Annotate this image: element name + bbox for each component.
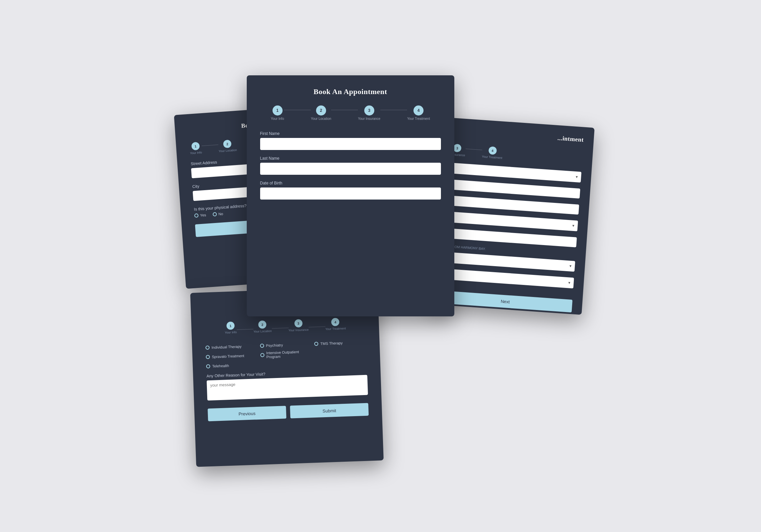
insurance-select4-group: ▼ (440, 268, 574, 288)
treatment-btn-row: Previous Submit (208, 403, 369, 421)
check-label-4: Spravato Treatment (212, 354, 244, 359)
check-iop[interactable]: Intensive Outpatient Program (260, 349, 312, 359)
insurance-input1-group (446, 179, 580, 199)
yes-radio-dot (194, 213, 199, 218)
t-step4-label: Your Treatment (325, 326, 346, 330)
t-step1-label: Your Info (225, 330, 237, 334)
card-main: Book An Appointment 1 Your Info 2 Your L… (247, 75, 454, 316)
check-label-3: TMS Therapy (320, 341, 343, 346)
yes-text: Yes (200, 213, 206, 217)
m-step4-circle: 4 (413, 105, 424, 116)
main-steps: 1 Your Info 2 Your Location 3 Your Insur… (260, 105, 441, 121)
check-dot-5 (260, 353, 264, 357)
m-step2-label: Your Location (311, 117, 331, 121)
other-reason-textarea[interactable] (207, 375, 368, 400)
step2-circle: 2 (223, 140, 232, 148)
check-label-1: Individual Therapy (211, 344, 241, 349)
insurance-next-button[interactable]: Next (438, 290, 573, 312)
check-psychiatry[interactable]: Psychiatry (260, 342, 312, 348)
check-label-6: Telehealth (212, 364, 229, 368)
insurance-select2-group: ▼ (444, 211, 578, 231)
check-telehealth[interactable]: Telehealth (206, 363, 258, 368)
step4-label: Your Treatment (481, 155, 502, 159)
no-text: No (218, 212, 223, 216)
check-tms-therapy[interactable]: TMS Therapy (314, 340, 366, 346)
insurance-card-title: ...intment (450, 127, 584, 143)
insurance-select4[interactable] (440, 268, 574, 288)
check-dot-6 (206, 364, 210, 368)
step1-circle: 1 (191, 142, 200, 150)
no-radio-dot (213, 212, 217, 216)
step2-label: Your Location (218, 148, 237, 153)
m-step4-label: Your Treatment (407, 117, 430, 121)
m-step2-circle: 2 (316, 105, 326, 116)
t-step3-label: Your Insurance (288, 328, 309, 332)
step1-label: Your Info (190, 151, 202, 155)
no-radio-label[interactable]: No (213, 212, 223, 216)
t-step4-circle: 4 (331, 318, 339, 326)
insurance-input3-group (442, 228, 577, 247)
first-name-group: First Name (260, 131, 441, 150)
t-step2-circle: 2 (258, 320, 267, 329)
insurance-select1-group: ▼ (447, 162, 581, 182)
check-spravato[interactable]: Spravato Treatment (206, 351, 257, 361)
step4-circle: 4 (488, 146, 497, 155)
insurance-input2[interactable] (445, 195, 579, 215)
t-step3-circle: 3 (294, 319, 302, 327)
m-step1-circle: 1 (273, 105, 283, 116)
dob-input[interactable] (260, 187, 441, 200)
check-individual-therapy[interactable]: Individual Therapy (205, 344, 257, 350)
check-dot-3 (314, 341, 318, 346)
other-reason-group: Any Other Reason for Your Visit? (206, 368, 368, 402)
check-label-2: Psychiatry (266, 343, 283, 348)
treatment-submit-button[interactable]: Submit (290, 403, 369, 418)
last-name-label: Last Name (260, 156, 441, 161)
check-dot-4 (206, 355, 210, 359)
dob-group: Date of Birth (260, 181, 441, 200)
insurance-select1-wrapper: ▼ (447, 162, 581, 182)
first-name-input[interactable] (260, 138, 441, 150)
treatment-previous-button[interactable]: Previous (208, 406, 286, 421)
check-dot-1 (205, 346, 209, 350)
m-step1-label: Your Info (271, 117, 284, 121)
insurance-input2-group (445, 195, 579, 215)
insurance-steps: 3 ur Insurance 4 Your Treatment (448, 143, 583, 165)
treatment-checkboxes: Individual Therapy Psychiatry TMS Therap… (205, 340, 367, 368)
insurance-select4-wrapper: ▼ (440, 268, 574, 288)
insurance-select2-wrapper: ▼ (444, 211, 578, 231)
insurance-input3[interactable] (442, 228, 577, 247)
main-card-title: Book An Appointment (260, 87, 441, 96)
treatment-steps: 1 Your Info 2 Your Location 3 Your Insur… (205, 317, 366, 335)
yes-radio-label[interactable]: Yes (194, 213, 206, 217)
dob-label: Date of Birth (260, 181, 441, 185)
insurance-input1[interactable] (446, 179, 580, 199)
t-step2-label: Your Location (253, 329, 272, 333)
m-step3-circle: 3 (364, 105, 374, 116)
check-label-5: Intensive Outpatient Program (266, 349, 312, 359)
insurance-select1[interactable] (447, 162, 581, 182)
last-name-group: Last Name (260, 156, 441, 175)
last-name-input[interactable] (260, 163, 441, 175)
m-step3-label: Your Insurance (358, 117, 380, 121)
check-dot-2 (260, 344, 264, 348)
t-step1-circle: 1 (226, 321, 235, 330)
first-name-label: First Name (260, 131, 441, 136)
insurance-select2[interactable] (444, 211, 578, 231)
